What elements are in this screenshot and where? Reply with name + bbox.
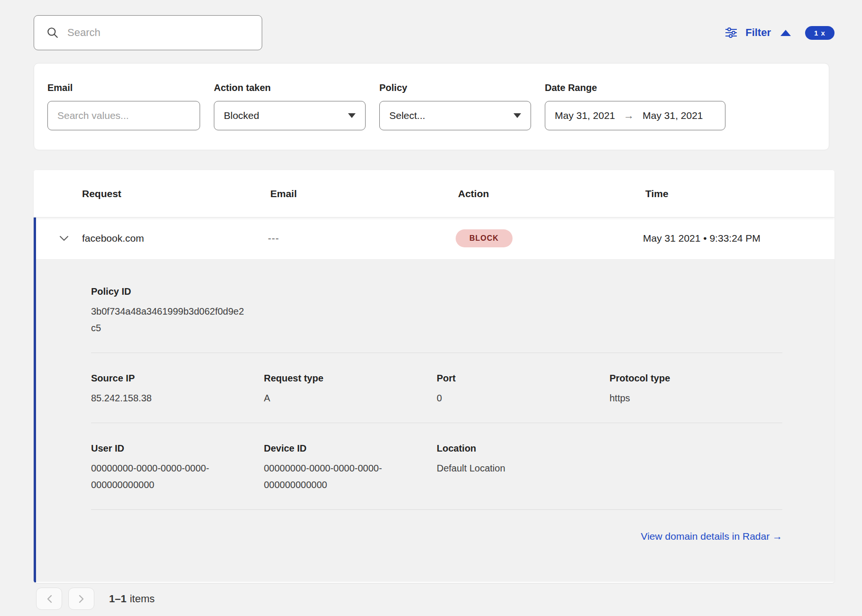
user-id-label: User ID bbox=[91, 443, 264, 454]
email-filter-input[interactable] bbox=[57, 110, 190, 121]
filter-label: Filter bbox=[745, 27, 771, 39]
email-field-label: Email bbox=[47, 82, 200, 93]
detail-item-location: Location Default Location bbox=[437, 443, 610, 493]
row-time-value: May 31 2021 • 9:33:24 PM bbox=[643, 233, 834, 244]
detail-item-source-ip: Source IP 85.242.158.38 bbox=[91, 373, 264, 407]
source-ip-value: 85.242.158.38 bbox=[91, 390, 255, 407]
view-domain-details-radar-link[interactable]: View domain details in Radar → bbox=[641, 531, 782, 542]
chevron-left-icon bbox=[46, 595, 52, 603]
device-id-label: Device ID bbox=[264, 443, 437, 454]
search-box[interactable] bbox=[34, 15, 262, 50]
detail-section-policy: Policy ID 3b0f734a48a3461999b3d062f0d9e2… bbox=[91, 260, 782, 353]
logs-table: Request Email Action Time facebook.com -… bbox=[34, 170, 834, 583]
top-bar: Filter 1 x bbox=[34, 15, 834, 50]
detail-section-network: Source IP 85.242.158.38 Request type A P… bbox=[91, 353, 782, 423]
detail-item-protocol-type: Protocol type https bbox=[610, 373, 783, 407]
action-taken-value: Blocked bbox=[224, 110, 259, 121]
chevron-up-icon bbox=[780, 30, 791, 36]
request-domain: facebook.com bbox=[82, 233, 144, 244]
pagination: 1–1items bbox=[36, 588, 155, 610]
items-range: 1–1 bbox=[109, 593, 127, 605]
previous-page-button[interactable] bbox=[36, 588, 62, 610]
chevron-down-icon bbox=[514, 113, 521, 118]
source-ip-label: Source IP bbox=[91, 373, 264, 384]
chevron-right-icon bbox=[79, 595, 84, 603]
chevron-down-icon bbox=[348, 113, 356, 118]
port-label: Port bbox=[437, 373, 610, 384]
policy-select[interactable]: Select... bbox=[379, 101, 531, 130]
date-range-end: May 31, 2021 bbox=[642, 110, 703, 121]
column-header-time: Time bbox=[645, 188, 834, 199]
filter-field-daterange: Date Range May 31, 2021 → May 31, 2021 bbox=[545, 82, 725, 150]
action-block-badge: BLOCK bbox=[456, 229, 513, 247]
table-row[interactable]: facebook.com --- BLOCK May 31 2021 • 9:3… bbox=[36, 217, 834, 260]
items-label: items bbox=[130, 593, 155, 605]
column-header-email: Email bbox=[270, 188, 458, 199]
date-range-start: May 31, 2021 bbox=[555, 110, 615, 121]
detail-item-request-type: Request type A bbox=[264, 373, 437, 407]
detail-section-identity: User ID 00000000-0000-0000-0000-00000000… bbox=[91, 423, 782, 510]
items-count: 1–1items bbox=[109, 593, 155, 605]
filter-panel: Email Action taken Blocked Policy Select… bbox=[34, 63, 829, 150]
filter-count-badge[interactable]: 1 x bbox=[805, 26, 834, 40]
port-value: 0 bbox=[437, 390, 600, 407]
date-range-picker[interactable]: May 31, 2021 → May 31, 2021 bbox=[545, 101, 725, 130]
detail-item-device-id: Device ID 00000000-0000-0000-0000-000000… bbox=[264, 443, 437, 493]
action-taken-select[interactable]: Blocked bbox=[214, 101, 366, 130]
filter-field-email: Email bbox=[47, 82, 200, 150]
detail-item-port: Port 0 bbox=[437, 373, 610, 407]
action-field-label: Action taken bbox=[214, 82, 366, 93]
protocol-type-label: Protocol type bbox=[610, 373, 783, 384]
request-type-label: Request type bbox=[264, 373, 437, 384]
search-icon bbox=[46, 27, 59, 39]
location-value: Default Location bbox=[437, 460, 600, 477]
policy-select-value: Select... bbox=[389, 110, 425, 121]
radar-link-row: View domain details in Radar → bbox=[91, 510, 782, 542]
search-input[interactable] bbox=[67, 27, 252, 39]
arrow-right-icon: → bbox=[624, 109, 634, 122]
filter-sliders-icon bbox=[724, 27, 738, 38]
request-type-value: A bbox=[264, 390, 428, 407]
row-email-value: --- bbox=[268, 233, 456, 244]
policy-id-label: Policy ID bbox=[91, 286, 782, 297]
next-page-button[interactable] bbox=[68, 588, 94, 610]
protocol-type-value: https bbox=[610, 390, 773, 407]
column-header-request: Request bbox=[82, 188, 270, 199]
collapse-row-chevron-icon[interactable] bbox=[59, 233, 69, 244]
table-header-row: Request Email Action Time bbox=[34, 170, 834, 217]
filter-toggle-button[interactable]: Filter 1 x bbox=[724, 26, 834, 40]
policy-id-value: 3b0f734a48a3461999b3d062f0d9e2c5 bbox=[91, 303, 245, 336]
column-header-action: Action bbox=[458, 188, 645, 199]
location-label: Location bbox=[437, 443, 610, 454]
filter-field-action: Action taken Blocked bbox=[214, 82, 366, 150]
filter-field-policy: Policy Select... bbox=[379, 82, 531, 150]
daterange-field-label: Date Range bbox=[545, 82, 725, 93]
user-id-value: 00000000-0000-0000-0000-000000000000 bbox=[91, 460, 255, 493]
expanded-log-entry: facebook.com --- BLOCK May 31 2021 • 9:3… bbox=[34, 217, 834, 582]
device-id-value: 00000000-0000-0000-0000-000000000000 bbox=[264, 460, 428, 493]
policy-field-label: Policy bbox=[379, 82, 531, 93]
detail-item-user-id: User ID 00000000-0000-0000-0000-00000000… bbox=[91, 443, 264, 493]
gateway-logs-page: Filter 1 x Email Action taken Blocked Po… bbox=[0, 0, 862, 616]
log-entry-details: Policy ID 3b0f734a48a3461999b3d062f0d9e2… bbox=[36, 260, 834, 582]
